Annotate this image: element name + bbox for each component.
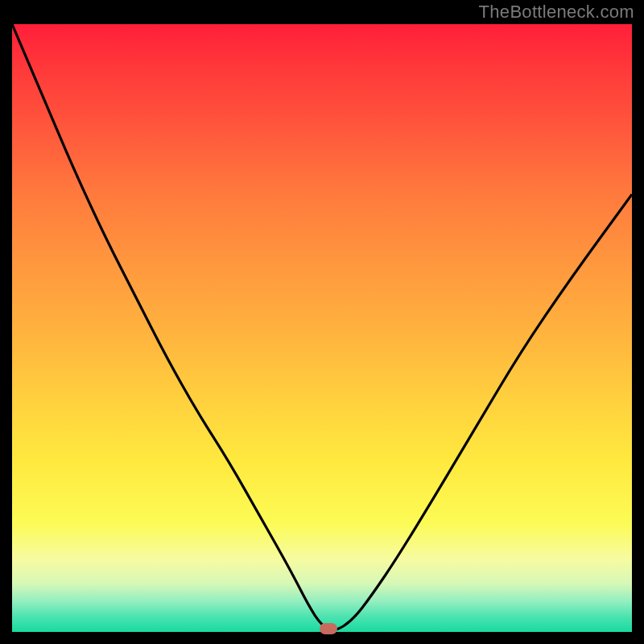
plot-area <box>12 24 632 632</box>
bottleneck-curve <box>12 24 632 632</box>
watermark-text: TheBottleneck.com <box>479 2 634 23</box>
curve-path <box>12 24 632 630</box>
chart-frame: TheBottleneck.com <box>0 0 644 644</box>
optimal-marker <box>320 623 337 634</box>
